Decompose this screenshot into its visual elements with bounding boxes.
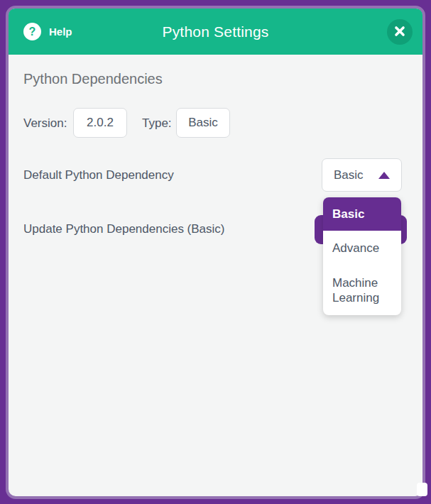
dropdown-option-advance[interactable]: Advance xyxy=(323,231,401,265)
question-mark-icon: ? xyxy=(23,23,41,40)
type-value-box[interactable]: Basic xyxy=(176,108,230,138)
type-label: Type: xyxy=(142,116,172,131)
help-label: Help xyxy=(49,26,72,38)
update-dependencies-label: Update Python Dependencies (Basic) xyxy=(23,221,225,237)
default-dependency-select[interactable]: Basic xyxy=(322,158,402,192)
dependency-dropdown-menu: Basic Advance Machine Learning xyxy=(323,197,401,315)
scrollbar-thumb[interactable] xyxy=(417,483,427,496)
page-background: { "colors": { "frame_purple": "#682f93",… xyxy=(0,0,431,504)
close-button[interactable] xyxy=(387,19,413,45)
help-button[interactable]: ? Help xyxy=(23,23,72,40)
dropdown-option-machine-learning[interactable]: Machine Learning xyxy=(323,265,401,315)
section-heading: Python Dependencies xyxy=(23,71,163,87)
version-label: Version: xyxy=(23,116,67,131)
chevron-up-icon xyxy=(378,172,390,179)
dropdown-option-basic[interactable]: Basic xyxy=(323,197,401,231)
select-value: Basic xyxy=(334,168,364,182)
dialog-header: Python Settings ? Help xyxy=(9,9,422,55)
close-icon xyxy=(394,26,405,39)
default-dependency-label: Default Python Dependency xyxy=(23,168,174,183)
version-value-box[interactable]: 2.0.2 xyxy=(73,108,127,138)
python-settings-dialog: Python Settings ? Help Python Dependenci… xyxy=(6,6,425,499)
